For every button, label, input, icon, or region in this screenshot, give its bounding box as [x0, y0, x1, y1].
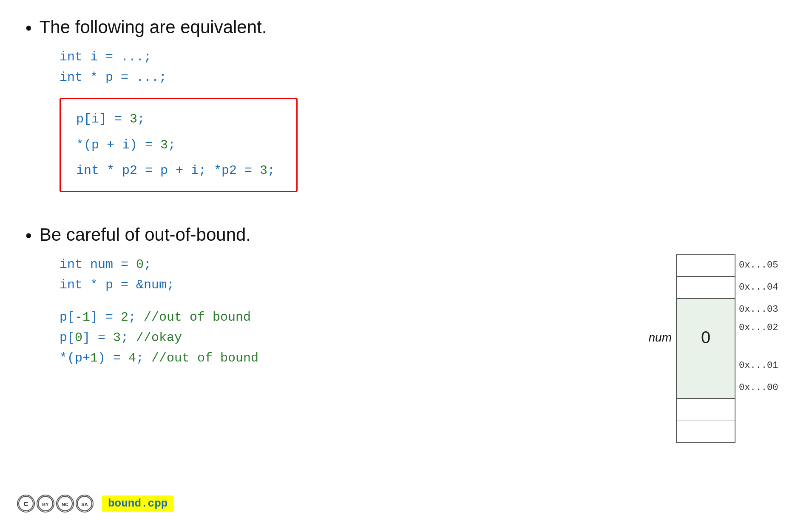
- mem-label-below2: [642, 421, 676, 443]
- sa-icon: SA: [76, 495, 94, 512]
- by-icon: BY: [37, 495, 54, 512]
- mem-cell-below1: [676, 399, 735, 421]
- memory-diagram: 0x...05 0x...04 0x...03 num 0 0x...02: [642, 254, 786, 443]
- mem-cell-05: [676, 254, 735, 276]
- cc-svg: C: [18, 495, 34, 512]
- section2-title: • Be careful of out-of-bound.: [26, 225, 786, 246]
- section1: • The following are equivalent. int i = …: [26, 17, 786, 208]
- mem-row-04: 0x...04: [642, 276, 786, 299]
- bullet-dot-2: •: [26, 225, 32, 246]
- mem-label-num: num: [642, 321, 676, 355]
- plain-2: * p = ...;: [82, 70, 167, 85]
- sa-svg: SA: [77, 495, 93, 512]
- s2-line3: p[-1] = 2; //out of bound: [60, 307, 608, 327]
- mem-row-below2: [642, 421, 786, 443]
- mem-cell-01: [676, 355, 735, 377]
- bottom-bar: C BY NC SA bound.cpp: [17, 495, 173, 512]
- mem-addr-03: 0x...03: [735, 299, 786, 321]
- box-line1: p[i] = 3;: [76, 109, 281, 129]
- kw-int-2: int: [60, 70, 82, 85]
- mem-cell-00: [676, 377, 735, 399]
- mem-addr-00: 0x...00: [735, 377, 786, 399]
- by-svg: BY: [37, 495, 54, 512]
- svg-text:BY: BY: [42, 502, 49, 507]
- svg-text:NC: NC: [62, 502, 68, 507]
- mem-label-03: [642, 299, 676, 321]
- mem-label-00: [642, 377, 676, 399]
- precode-line1: int i = ...;: [60, 47, 786, 67]
- mem-row-00: 0x...00: [642, 377, 786, 399]
- section1-precode: int i = ...; int * p = ...;: [60, 47, 786, 88]
- precode-line2: int * p = ...;: [60, 67, 786, 88]
- svg-text:SA: SA: [81, 502, 88, 507]
- kw-int-1: int: [60, 50, 82, 64]
- mem-row-03: 0x...03: [642, 299, 786, 321]
- section2: • Be careful of out-of-bound. int num = …: [26, 225, 786, 443]
- mem-cell-below2: [676, 421, 735, 443]
- mem-row-02: num 0 0x...02: [642, 321, 786, 355]
- section2-heading: Be careful of out-of-bound.: [40, 225, 251, 245]
- section2-layout: int num = 0; int * p = &num; p[-1] = 2; …: [26, 254, 786, 443]
- section1-heading: The following are equivalent.: [40, 17, 267, 37]
- mem-addr-01: 0x...01: [735, 355, 786, 377]
- mem-row-below1: [642, 399, 786, 421]
- s2-line2: int * p = &num;: [60, 275, 608, 295]
- box-line2: *(p + i) = 3;: [76, 135, 281, 155]
- nc-svg: NC: [57, 495, 73, 512]
- mem-addr-below1: [735, 399, 786, 421]
- s2-spacer: [60, 295, 608, 307]
- mem-row-01: 0x...01: [642, 355, 786, 377]
- nc-icon: NC: [56, 495, 74, 512]
- mem-cell-02: 0: [676, 321, 735, 355]
- mem-addr-below2: [735, 421, 786, 443]
- s2-line4: p[0] = 3; //okay: [60, 327, 608, 348]
- plain-1: i = ...;: [82, 50, 151, 64]
- mem-label-01: [642, 355, 676, 377]
- mem-addr-04: 0x...04: [735, 276, 786, 299]
- svg-text:C: C: [24, 500, 28, 507]
- section2-code: int num = 0; int * p = &num; p[-1] = 2; …: [60, 254, 608, 368]
- mem-addr-05: 0x...05: [735, 254, 786, 276]
- s2-line1: int num = 0;: [60, 254, 608, 275]
- mem-row-05: 0x...05: [642, 254, 786, 276]
- mem-label-below1: [642, 399, 676, 421]
- mem-cell-04: [676, 276, 735, 299]
- section1-title: • The following are equivalent.: [26, 17, 786, 38]
- mem-label-04: [642, 276, 676, 299]
- bullet-dot-1: •: [26, 18, 32, 38]
- s2-line5: *(p+1) = 4; //out of bound: [60, 348, 608, 368]
- cc-icon: C: [17, 495, 35, 512]
- cc-license-badge: C BY NC SA: [17, 495, 94, 512]
- equivalent-box: p[i] = 3; *(p + i) = 3; int * p2 = p + i…: [60, 98, 298, 192]
- filename-badge: bound.cpp: [102, 495, 173, 512]
- mem-addr-02: 0x...02: [735, 321, 786, 355]
- mem-label-05: [642, 254, 676, 276]
- mem-cell-03: [676, 299, 735, 321]
- box-line3: int * p2 = p + i; *p2 = 3;: [76, 161, 281, 181]
